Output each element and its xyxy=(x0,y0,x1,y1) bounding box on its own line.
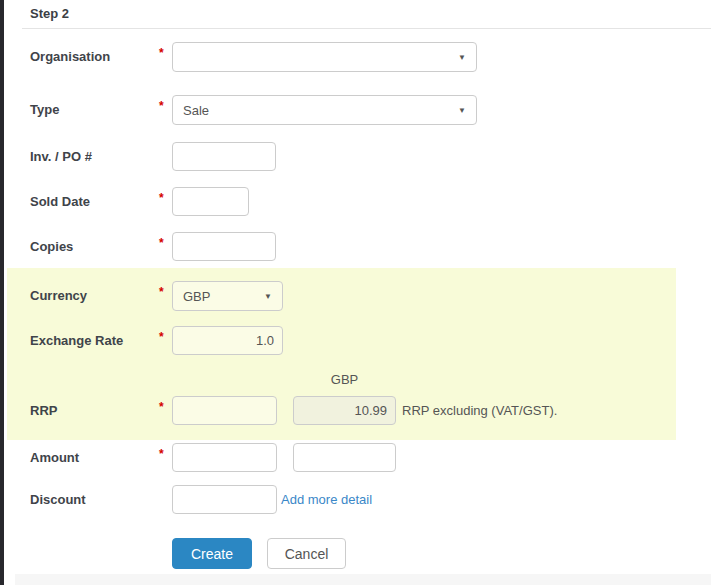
inv-po-input[interactable] xyxy=(172,142,276,171)
required-asterisk: * xyxy=(159,99,164,113)
chevron-down-icon: ▼ xyxy=(458,106,466,115)
field-label-discount: Discount xyxy=(30,485,86,514)
type-select-value: Sale xyxy=(183,96,209,126)
page-title: Step 2 xyxy=(30,6,69,21)
field-label-organisation: Organisation xyxy=(30,42,110,72)
required-asterisk: * xyxy=(159,46,164,60)
organisation-select[interactable]: ▼ xyxy=(172,42,477,72)
field-label-currency: Currency xyxy=(30,281,87,311)
field-label-rrp: RRP xyxy=(30,396,57,425)
required-asterisk: * xyxy=(159,236,164,250)
chevron-down-icon: ▼ xyxy=(458,53,466,62)
rrp-help-text: RRP excluding (VAT/GST). xyxy=(402,396,557,425)
field-label-amount: Amount xyxy=(30,443,79,472)
field-label-copies: Copies xyxy=(30,232,73,261)
rrp-converted-input[interactable] xyxy=(293,396,396,425)
field-label-exchange-rate: Exchange Rate xyxy=(30,326,123,355)
chevron-down-icon: ▼ xyxy=(264,292,272,301)
sold-date-input[interactable] xyxy=(172,187,249,216)
required-asterisk: * xyxy=(159,400,164,414)
page-background-strip xyxy=(15,574,711,585)
step2-form-page: Step 2 Organisation * ▼ Type * Sale ▼ In… xyxy=(0,0,711,585)
discount-input[interactable] xyxy=(172,485,277,514)
create-button[interactable]: Create xyxy=(172,538,252,569)
field-label-inv-po: Inv. / PO # xyxy=(30,142,92,171)
exchange-rate-input[interactable] xyxy=(172,326,283,355)
type-select[interactable]: Sale ▼ xyxy=(172,95,477,125)
rrp-currency-column-header: GBP xyxy=(293,372,396,387)
currency-select[interactable]: GBP ▼ xyxy=(172,281,283,311)
required-asterisk: * xyxy=(159,330,164,344)
left-edge-bar xyxy=(0,0,4,585)
amount-converted-input[interactable] xyxy=(293,443,396,472)
cancel-button[interactable]: Cancel xyxy=(267,538,346,569)
copies-input[interactable] xyxy=(172,232,276,261)
rrp-input[interactable] xyxy=(172,396,277,425)
add-more-detail-link[interactable]: Add more detail xyxy=(281,485,372,514)
required-asterisk: * xyxy=(159,285,164,299)
currency-select-value: GBP xyxy=(183,282,210,312)
amount-input[interactable] xyxy=(172,443,277,472)
required-asterisk: * xyxy=(159,191,164,205)
field-label-type: Type xyxy=(30,95,59,125)
field-label-sold-date: Sold Date xyxy=(30,187,90,216)
required-asterisk: * xyxy=(159,447,164,461)
title-divider xyxy=(22,28,711,29)
